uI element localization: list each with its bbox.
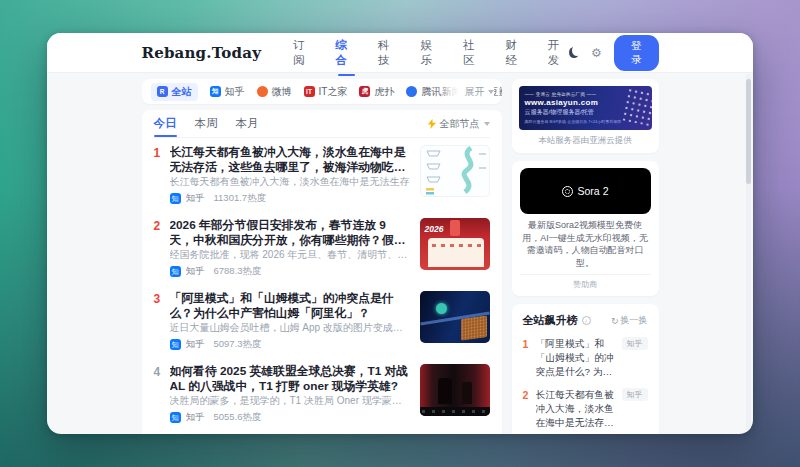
lightning-icon [428, 119, 436, 129]
source-badge: 知乎 [622, 388, 648, 401]
expand-sources-button[interactable]: 展开 [465, 85, 494, 99]
feed-item: 1 长江每天都有鱼被冲入大海，淡水鱼在海中是无法存活，这些鱼去哪里了，被海洋动物… [154, 138, 490, 211]
dark-mode-icon[interactable] [569, 47, 579, 58]
rank-number: 3 [154, 291, 170, 351]
source-tab-ithome[interactable]: IT IT之家 [304, 85, 348, 99]
rebang-icon: R [157, 86, 168, 97]
ad-caption: 本站服务器由亚洲云提供 [519, 135, 652, 147]
login-button[interactable]: 登录 [614, 35, 659, 71]
tab-today[interactable]: 今日 [154, 110, 177, 137]
zhihu-icon: 知 [170, 412, 181, 423]
nav-tech[interactable]: 科技 [378, 34, 399, 72]
expand-label: 展开 [465, 85, 485, 99]
feed-item-desc: 决胜局的蒙多，是现学的，T1 决胜局 Oner 现学蒙多，Faker 、 Mat… [170, 395, 410, 407]
ad-products: 云服务器/物理服务器/托管 [525, 108, 646, 117]
info-icon[interactable]: i [582, 316, 591, 325]
source-tab-weibo[interactable]: 微博 [257, 85, 292, 99]
feed-item-heat: 5097.3热度 [214, 338, 262, 351]
nav-subscribe[interactable]: 订阅 [293, 34, 314, 72]
refresh-label: 换一换 [621, 314, 648, 327]
rising-item-title[interactable]: 「阿里模式」和「山姆模式」的冲突点是什么? 为什么中产害怕山姆「阿里… [536, 337, 617, 379]
feed-item: 3 「阿里模式」和「山姆模式」的冲突点是什么？为什么中产害怕山姆「阿里化」？ 近… [154, 284, 490, 357]
rank-number: 1 [154, 145, 170, 205]
source-badge: 知乎 [622, 337, 648, 350]
ad-banner[interactable]: —— 亚洲云 您身边的云厂商 —— www.asiayun.com 云服务器/物… [519, 86, 652, 130]
rising-item-title[interactable]: 长江每天都有鱼被冲入大海，淡水鱼在海中是无法存活，这些鱼去哪里了，被海… [536, 388, 617, 430]
feed-item: 2 2026 年部分节假日安排发布，春节连放 9 天，中秋和国庆分开放，你有哪些… [154, 211, 490, 284]
rising-item: 2 长江每天都有鱼被冲入大海，淡水鱼在海中是无法存活，这些鱼去哪里了，被海… 知… [523, 388, 648, 430]
feed-item: 4 如何看待 2025 英雄联盟全球总决赛，T1 对战 AL 的八强战中，T1 … [154, 357, 490, 430]
source-tab-all[interactable]: R 全站 [151, 83, 198, 101]
feed-item-heat: 6788.3热度 [214, 265, 262, 278]
feed-item-title[interactable]: 长江每天都有鱼被冲入大海，淡水鱼在海中是无法存活，这些鱼去哪里了，被海洋动物吃了… [170, 145, 410, 174]
source-tab-label: 微博 [272, 85, 292, 99]
feed-item-title[interactable]: 如何看待 2025 英雄联盟全球总决赛，T1 对战 AL 的八强战中，T1 打野… [170, 364, 410, 393]
scrollbar-track[interactable] [746, 74, 751, 432]
feed-item-title[interactable]: 「阿里模式」和「山姆模式」的冲突点是什么？为什么中产害怕山姆「阿里化」？ [170, 291, 410, 320]
chevron-down-icon [488, 90, 494, 94]
nav-general[interactable]: 综合 [336, 34, 357, 72]
rank-number: 1 [523, 337, 536, 351]
rank-number: 2 [523, 388, 536, 402]
zhihu-icon: 知 [170, 339, 181, 350]
sora-description: 最新版Sora2视频模型免费使用，AI一键生成无水印视频，无需邀请码，人物自动配… [520, 219, 651, 269]
zhihu-icon: 知 [170, 266, 181, 277]
sponsor-tag: 赞助商 [520, 274, 651, 290]
feed-item-source: 知乎 [186, 338, 205, 351]
zhihu-icon: 知 [210, 86, 221, 97]
site-header: Rebang.Today 订阅 综合 科技 娱乐 社区 财经 开发 ⚙ 登录 [47, 33, 753, 73]
calendar-tab [450, 220, 460, 236]
refresh-icon: ↻ [611, 316, 619, 326]
node-filter-dropdown[interactable]: 全部节点 [428, 117, 490, 131]
feed-item-source: 知乎 [186, 411, 205, 424]
source-tab-label: 全站 [172, 85, 192, 99]
refresh-button[interactable]: ↻ 换一换 [611, 314, 648, 327]
hupu-icon: 虎 [359, 86, 370, 97]
ad-tagline: —— 亚洲云 您身边的云厂商 —— [525, 92, 646, 97]
feed-item-desc: 长江每天都有鱼被冲入大海，淡水鱼在海中是无法生存 [170, 176, 410, 188]
feed-item-source: 知乎 [186, 192, 205, 205]
feed-item-thumbnail[interactable] [420, 291, 490, 343]
calendar-panel [428, 238, 484, 267]
rank-number: 2 [154, 218, 170, 278]
feed-item-thumbnail[interactable] [420, 145, 490, 197]
sora-brand: Sora 2 [578, 185, 609, 197]
feed-item-desc: 近日大量山姆会员吐槽，山姆 App 改版的图片变成成品图等问题，并认为产品加了… [170, 322, 410, 334]
sponsor-card: Sora 2 最新版Sora2视频模型免费使用，AI一键生成无水印视频，无需邀请… [512, 161, 659, 296]
tab-this-month[interactable]: 本月 [236, 110, 259, 137]
feed-card: 今日 本周 本月 全部节点 1 长江每天都有鱼被冲入大海，淡水鱼在海中是无法存活… [142, 110, 502, 434]
source-tab-zhihu[interactable]: 知 知乎 [210, 85, 245, 99]
ad-domain: www.asiayun.com [525, 98, 646, 107]
feed-item-thumbnail[interactable]: 2026 [420, 218, 490, 270]
feed-item-source: 知乎 [186, 265, 205, 278]
feed-item-heat: 5055.6热度 [214, 411, 262, 424]
feed-item-title[interactable]: 2026 年部分节假日安排发布，春节连放 9 天，中秋和国庆分开放，你有哪些期待… [170, 218, 410, 247]
site-logo[interactable]: Rebang.Today [142, 44, 262, 62]
zhihu-icon: 知 [170, 193, 181, 204]
rank-number: 4 [154, 364, 170, 424]
source-tab-label: 虎扑 [374, 85, 394, 99]
weibo-icon [257, 86, 268, 97]
tab-this-week[interactable]: 本周 [195, 110, 218, 137]
source-tab-hupu[interactable]: 虎 虎扑 [359, 85, 394, 99]
ad-fineprint: 高防云服务器 BGP多线 企业级品质 7×24小时售后保障 [525, 119, 622, 124]
source-tabs: R 全站 知 知乎 微博 IT IT之家 虎 虎扑 [142, 79, 502, 104]
nav-community[interactable]: 社区 [463, 34, 484, 72]
feed-item-thumbnail[interactable] [420, 364, 490, 416]
node-filter-label: 全部节点 [440, 117, 480, 131]
main-nav: 订阅 综合 科技 娱乐 社区 财经 开发 [293, 34, 569, 72]
sora-banner[interactable]: Sora 2 [520, 168, 651, 214]
source-tab-tencent-news[interactable]: 腾讯新闻 [406, 85, 461, 99]
feed-item-heat: 11301.7热度 [214, 192, 267, 205]
nav-finance[interactable]: 财经 [505, 34, 526, 72]
nav-entertainment[interactable]: 娱乐 [420, 34, 441, 72]
ithome-icon: IT [304, 86, 315, 97]
scrollbar-thumb[interactable] [746, 79, 751, 184]
ad-card: —— 亚洲云 您身边的云厂商 —— www.asiayun.com 云服务器/物… [512, 79, 659, 153]
gear-icon[interactable]: ⚙ [591, 47, 602, 59]
openai-icon [562, 186, 573, 197]
nav-dev[interactable]: 开发 [548, 34, 569, 72]
feed-item: 5 商务部回应安世半导体磋商进展，称全球半导体产供链的动荡混乱，荷方应承担全部责… [154, 430, 490, 434]
source-tab-label: 知乎 [225, 85, 245, 99]
rising-list-title: 全站飙升榜 [523, 313, 578, 328]
